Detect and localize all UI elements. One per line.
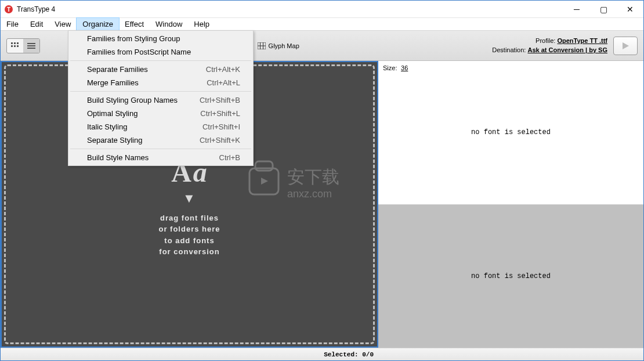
svg-rect-10	[27, 48, 35, 49]
menubar: File Edit View Organize Effect Window He…	[1, 18, 643, 31]
svg-rect-8	[27, 43, 35, 44]
list-view-button[interactable]	[23, 39, 39, 53]
menu-item-merge-families[interactable]: Merge FamiliesCtrl+Alt+L	[70, 76, 252, 89]
menu-help[interactable]: Help	[188, 18, 215, 30]
no-font-text-bottom: no font is selected	[471, 272, 551, 280]
preview-pane: Size: 36 no font is selected no font is …	[378, 61, 643, 348]
drop-text-3: to add fonts	[164, 235, 214, 247]
menu-effect[interactable]: Effect	[119, 18, 150, 30]
profile-link[interactable]: OpenType TT .ttf	[557, 37, 607, 44]
menu-item-build-styling-group-names[interactable]: Build Styling Group NamesCtrl+Shift+B	[70, 93, 252, 107]
view-toggle	[6, 38, 40, 53]
minimize-button[interactable]: ─	[563, 1, 590, 18]
menu-view[interactable]: View	[49, 18, 77, 30]
window-title: TransType 4	[17, 5, 55, 13]
size-value[interactable]: 36	[401, 64, 408, 71]
destination-link[interactable]: Ask at Conversion | by SG	[527, 46, 607, 53]
svg-rect-5	[11, 45, 13, 47]
menu-window[interactable]: Window	[150, 18, 188, 30]
profile-block: Profile: OpenType TT .ttf Destination: A…	[492, 37, 607, 55]
drop-text-4: for conversion	[159, 246, 219, 258]
titlebar: T TransType 4 ─ ▢ ✕	[1, 1, 643, 18]
svg-rect-6	[14, 45, 16, 47]
menu-item-families-from-styling-group[interactable]: Families from Styling Group	[70, 32, 252, 45]
drop-text-1: drag font files	[160, 212, 219, 224]
svg-rect-9	[27, 45, 35, 46]
menu-item-separate-families[interactable]: Separate FamiliesCtrl+Alt+K	[70, 63, 252, 76]
svg-rect-7	[17, 45, 19, 47]
statusbar: Selected: 0/0	[1, 348, 643, 360]
svg-text:T: T	[7, 6, 10, 13]
menu-organize[interactable]: Organize	[77, 18, 119, 30]
svg-rect-4	[17, 42, 19, 44]
menu-file[interactable]: File	[1, 18, 24, 30]
menu-item-italic-styling[interactable]: Italic StylingCtrl+Shift+I	[70, 120, 252, 133]
preview-top: Size: 36 no font is selected	[378, 61, 643, 205]
grid-view-button[interactable]	[7, 39, 23, 53]
status-selected: Selected: 0/0	[1, 351, 378, 358]
close-button[interactable]: ✕	[617, 1, 643, 18]
no-font-text-top: no font is selected	[471, 128, 551, 136]
menu-item-build-style-names[interactable]: Build Style NamesCtrl+B	[70, 151, 252, 164]
menu-item-separate-styling[interactable]: Separate StylingCtrl+Shift+K	[70, 133, 252, 147]
svg-rect-3	[14, 42, 16, 44]
list-icon	[27, 42, 35, 49]
app-icon: T	[4, 5, 13, 14]
glyph-map-button[interactable]: Glyph Map	[258, 42, 299, 49]
grid-icon	[11, 42, 19, 49]
size-label: Size: 36	[383, 64, 408, 72]
maximize-button[interactable]: ▢	[590, 1, 617, 18]
svg-rect-2	[11, 42, 13, 44]
arrow-down-icon: ▼	[183, 189, 196, 208]
glyph-grid-icon	[258, 42, 266, 49]
drop-text-2: or folders here	[158, 223, 220, 235]
menu-item-families-from-postscript-name[interactable]: Families from PostScript Name	[70, 45, 252, 59]
convert-button[interactable]	[613, 37, 638, 55]
svg-marker-15	[623, 42, 629, 49]
organize-dropdown: Families from Styling GroupFamilies from…	[68, 30, 254, 166]
menu-item-optimal-styling[interactable]: Optimal StylingCtrl+Shift+L	[70, 107, 252, 120]
preview-bottom: no font is selected	[378, 205, 643, 348]
menu-edit[interactable]: Edit	[24, 18, 49, 30]
play-icon	[621, 41, 630, 50]
